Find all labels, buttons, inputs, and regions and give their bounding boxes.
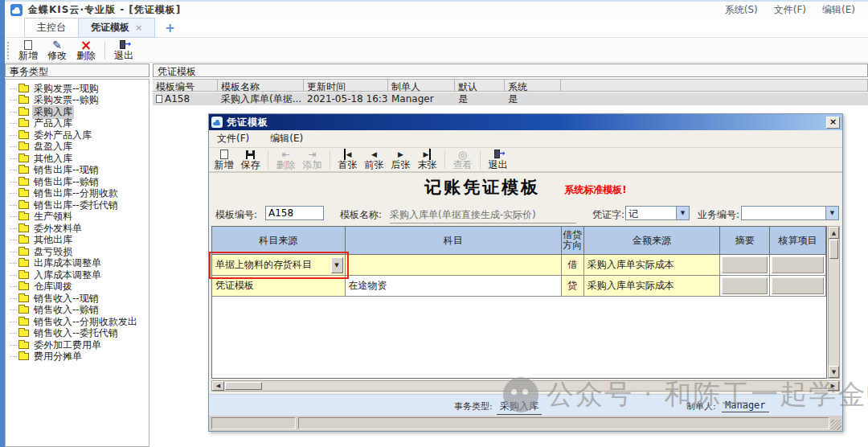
transaction-type-tree: 采购发票--现购 采购发票--赊购 采购入库 产品入库 委外产品入库 盘盈入库 … xyxy=(5,79,149,447)
subject-cell[interactable]: 在途物资 xyxy=(346,276,562,297)
row-template-name: 采购入库单(单据... xyxy=(218,92,304,105)
accounting-item-cell[interactable] xyxy=(770,255,826,276)
dlg-save-button[interactable]: 保存 xyxy=(237,149,264,170)
sidebar-item-outsourced-issue[interactable]: 委外发料单 xyxy=(10,223,149,235)
sidebar-item-inbound-cost-adjust[interactable]: 入库成本调整单 xyxy=(10,269,149,281)
dialog-titlebar[interactable]: 凭证模板 xyxy=(209,114,842,130)
dialog-menu-file[interactable]: 文件(F) xyxy=(217,132,249,146)
menu-file[interactable]: 文件(F) xyxy=(774,3,806,17)
grid-row-credit[interactable]: 凭证模板 在途物资 贷 采购入库单实际成本 xyxy=(212,276,826,297)
grid-horizontal-scrollbar[interactable] xyxy=(211,380,840,392)
menu-system[interactable]: 系统(S) xyxy=(725,3,758,17)
tab-close-icon[interactable] xyxy=(135,24,142,32)
dialog-close-icon[interactable] xyxy=(826,117,840,129)
resize-grip[interactable] xyxy=(831,420,841,430)
col-updated-at[interactable]: 更新时间 xyxy=(304,80,388,91)
sidebar-item-purchase-invoice-credit[interactable]: 采购发票--赊购 xyxy=(10,95,149,107)
voucher-template-heading: 记账凭证模板 xyxy=(424,176,540,199)
dialog-statusbar xyxy=(209,416,842,431)
list-column-headers: 模板编号 模板名称 更新时间 制单人 默认 系统 xyxy=(153,79,868,92)
delete-button-label: 删除 xyxy=(76,51,96,61)
voucher-word-select[interactable]: 记 xyxy=(625,206,690,220)
col-template-name[interactable]: 模板名称 xyxy=(218,80,304,91)
toolbar-separator xyxy=(330,151,330,169)
toolbar-grip[interactable] xyxy=(7,42,10,59)
col-template-no[interactable]: 模板编号 xyxy=(153,80,218,91)
folder-icon xyxy=(18,155,29,162)
exit-door-icon xyxy=(492,149,505,160)
dlg-delete-row-button: 删除 xyxy=(272,149,299,170)
chevron-down-icon[interactable] xyxy=(676,207,689,219)
scroll-left-icon[interactable] xyxy=(212,381,224,391)
first-record-icon xyxy=(344,149,352,160)
delete-button[interactable]: 删除 xyxy=(72,39,100,61)
folder-icon xyxy=(18,353,29,360)
chevron-down-icon[interactable] xyxy=(825,207,838,219)
subject-source-cell[interactable]: 凭证模板 xyxy=(212,276,346,297)
dlg-next-button[interactable]: 后张 xyxy=(387,149,414,170)
dlg-exit-button[interactable]: 退出 xyxy=(485,149,511,170)
subject-cell[interactable] xyxy=(346,255,562,276)
scroll-up-icon[interactable] xyxy=(829,227,839,239)
tab-main-console[interactable]: 主控台 xyxy=(24,18,78,38)
dialog-menu-edit[interactable]: 编辑(E) xyxy=(270,132,303,146)
sidebar-item-purchase-inbound[interactable]: 采购入库 xyxy=(10,106,149,118)
dialog-footer: 事务类型: 采购入库 制单人: Manager xyxy=(209,394,842,416)
business-no-select[interactable] xyxy=(741,206,839,220)
list-panel-header: 凭证模板 xyxy=(153,64,868,77)
sidebar-item-surplus-inbound[interactable]: 盘盈入库 xyxy=(10,141,149,154)
dialog-toolbar: 新增 保存 删除 添加 首张 前张 xyxy=(209,148,842,173)
status-panel xyxy=(211,417,296,429)
scroll-down-icon[interactable] xyxy=(829,366,839,378)
app-window: 金蝶KIS云·专业版 - [凭证模板] 系统(S) 文件(F) 编辑(E) 主控… xyxy=(0,0,868,447)
col-system[interactable]: 系统 xyxy=(505,80,561,91)
scroll-right-icon[interactable] xyxy=(827,381,839,391)
system-standard-notice: 系统标准模板! xyxy=(564,183,626,197)
sidebar-item-outsourced-product-inbound[interactable]: 委外产品入库 xyxy=(10,129,149,141)
menu-edit[interactable]: 编辑(E) xyxy=(822,3,855,17)
window-title: 金蝶KIS云·专业版 - [凭证模板] xyxy=(28,3,181,17)
summary-cell[interactable] xyxy=(720,255,770,276)
row-template-no: A158 xyxy=(165,93,190,105)
modify-button[interactable]: 修改 xyxy=(43,39,72,61)
row-updated-at: 2021-05-18 16:3... xyxy=(304,92,388,105)
creator-label: 制单人: xyxy=(686,400,716,412)
new-tab-icon[interactable] xyxy=(165,23,175,34)
new-button[interactable]: 新增 xyxy=(14,39,43,61)
sidebar-header: 事务类型 xyxy=(5,64,149,77)
subject-source-cell[interactable]: 单据上物料的存货科目 xyxy=(212,255,346,276)
dlg-prev-button[interactable]: 前张 xyxy=(361,149,387,170)
template-no-label: 模板编号: xyxy=(215,208,257,222)
tab-bar: 主控台 凭证模板 xyxy=(5,18,868,38)
scrollbar-thumb[interactable] xyxy=(829,240,838,259)
chevron-down-icon[interactable] xyxy=(331,257,343,273)
grid-vertical-scrollbar[interactable] xyxy=(828,226,840,379)
folder-icon xyxy=(18,260,29,267)
grid-col-direction: 借贷方向 xyxy=(562,227,584,255)
amount-source-cell[interactable]: 采购入库单实际成本 xyxy=(584,276,721,297)
folder-icon xyxy=(18,213,29,220)
template-no-input[interactable] xyxy=(265,206,324,220)
dialog-cloud-logo-icon xyxy=(211,117,223,128)
exit-button[interactable]: 退出 xyxy=(109,39,138,61)
dlg-last-button[interactable]: 末张 xyxy=(414,149,440,170)
amount-source-cell[interactable]: 采购入库单实际成本 xyxy=(584,255,721,276)
scrollbar-thumb[interactable] xyxy=(225,382,262,390)
accounting-item-cell[interactable] xyxy=(770,276,826,297)
folder-icon xyxy=(18,283,29,290)
sidebar-item-sales-outbound-consignment[interactable]: 销售出库--委托代销 xyxy=(10,199,149,211)
dlg-new-button[interactable]: 新增 xyxy=(211,149,237,170)
table-row[interactable]: A158 采购入库单(单据... 2021-05-18 16:3... Mana… xyxy=(153,92,868,105)
folder-icon xyxy=(18,85,29,92)
tab-voucher-template[interactable]: 凭证模板 xyxy=(78,18,155,38)
sidebar-item-expense-allocation[interactable]: 费用分摊单 xyxy=(10,351,149,363)
entry-grid: 科目来源 科目 借贷方向 金额来源 摘要 核算项目 单据上物料的存货科目 借 采… xyxy=(211,226,827,379)
voucher-template-dialog: 凭证模板 文件(F) 编辑(E) 新增 保存 删除 添加 xyxy=(208,113,843,432)
summary-cell[interactable] xyxy=(720,276,770,297)
dlg-first-button[interactable]: 首张 xyxy=(334,149,361,170)
col-default[interactable]: 默认 xyxy=(455,80,505,91)
col-creator[interactable]: 制单人 xyxy=(388,80,455,91)
sidebar-item-other-outbound[interactable]: 其他出库 xyxy=(10,235,149,247)
grid-row-debit[interactable]: 单据上物料的存货科目 借 采购入库单实际成本 xyxy=(212,255,826,276)
toolbar-separator xyxy=(268,151,268,169)
